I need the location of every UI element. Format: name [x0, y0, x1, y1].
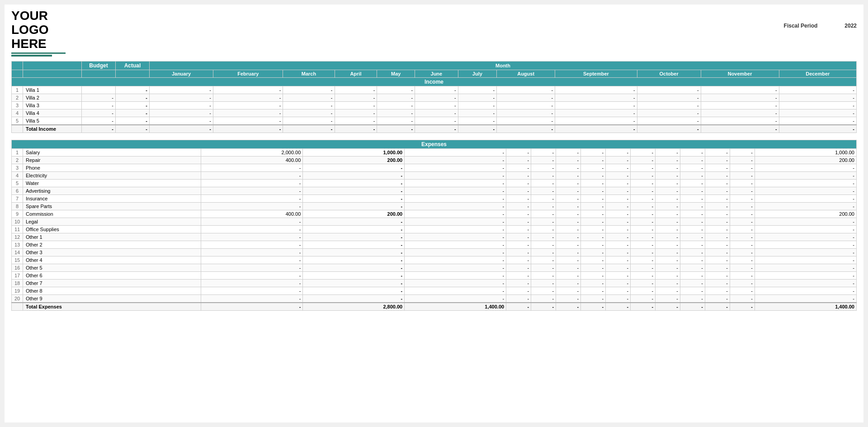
row-month-5: - [415, 117, 458, 125]
row-name: Other 8 [23, 287, 201, 295]
row-month-6: - [631, 233, 656, 241]
row-month-2: - [531, 149, 556, 157]
row-month-8: - [680, 195, 705, 203]
row-month-6: - [458, 94, 496, 102]
row-month-10: - [701, 94, 779, 102]
table-row: 4Electricity-------------- [12, 172, 857, 180]
header-month: Month [150, 62, 857, 70]
header-actual: Actual [116, 62, 150, 70]
logo-line1: YOUR [11, 9, 48, 23]
row-actual: - [303, 280, 405, 287]
row-month-6: - [631, 180, 656, 187]
row-month-10: - [730, 272, 755, 280]
row-name: Villa 5 [23, 117, 82, 125]
row-month-3: - [556, 172, 581, 180]
row-name: Other 2 [23, 241, 201, 249]
row-name: Villa 3 [23, 102, 82, 109]
row-num: 15 [12, 256, 23, 264]
row-month-2: - [283, 86, 335, 94]
row-month-2: - [531, 172, 556, 180]
row-actual: - [303, 295, 405, 303]
row-budget: - [82, 102, 116, 109]
row-month-0: - [405, 187, 506, 195]
row-num: 4 [12, 172, 23, 180]
row-actual: - [116, 109, 150, 117]
row-month-4: - [581, 218, 606, 226]
row-month-4: - [581, 233, 606, 241]
row-month-5: - [606, 241, 631, 249]
row-month-0: - [405, 180, 506, 187]
row-budget: - [201, 187, 303, 195]
row-month-0: - [405, 226, 506, 233]
row-month-9: - [705, 249, 730, 256]
row-month-1: - [506, 226, 531, 233]
table-row: 5Water-------------- [12, 180, 857, 187]
row-month-0: - [150, 109, 213, 117]
row-month-8: - [680, 226, 705, 233]
row-budget: - [201, 249, 303, 256]
row-actual: - [116, 86, 150, 94]
row-month-10: - [730, 218, 755, 226]
row-month-10: - [730, 264, 755, 272]
row-month-11: - [755, 233, 856, 241]
row-month-6: - [631, 287, 656, 295]
row-month-0: - [405, 164, 506, 172]
row-month-9: - [705, 180, 730, 187]
row-month-9: - [705, 241, 730, 249]
table-row: 1Salary2,000.001,000.00-----------1,000.… [12, 149, 857, 157]
income-table: Budget Actual Month January February Mar… [11, 61, 857, 133]
row-month-4: - [377, 86, 415, 94]
row-actual: 200.00 [303, 157, 405, 164]
expenses-table: Expenses 1Salary2,000.001,000.00--------… [11, 140, 857, 311]
row-name: Water [23, 180, 201, 187]
row-month-8: - [680, 256, 705, 264]
row-month-10: - [730, 203, 755, 210]
row-budget: - [201, 195, 303, 203]
row-month-2: - [531, 295, 556, 303]
row-month-11: - [755, 187, 856, 195]
row-month-4: - [581, 287, 606, 295]
row-month-3: - [556, 287, 581, 295]
row-month-3: - [556, 241, 581, 249]
row-month-2: - [283, 94, 335, 102]
row-month-2: - [531, 264, 556, 272]
row-month-9: - [705, 195, 730, 203]
row-month-1: - [506, 264, 531, 272]
fiscal-info: Fiscal Period 2022 [784, 23, 857, 29]
row-month-3: - [556, 157, 581, 164]
row-budget: 400.00 [201, 157, 303, 164]
row-month-0: - [405, 172, 506, 180]
row-month-7: - [656, 241, 680, 249]
row-month-3: - [556, 195, 581, 203]
row-month-8: - [680, 164, 705, 172]
row-month-11: - [755, 172, 856, 180]
row-month-8: - [680, 180, 705, 187]
row-month-9: - [705, 295, 730, 303]
row-month-4: - [581, 280, 606, 287]
row-month-1: - [213, 117, 283, 125]
row-budget: - [201, 226, 303, 233]
row-num: 14 [12, 249, 23, 256]
row-month-0: - [405, 287, 506, 295]
row-month-11: 1,000.00 [755, 149, 856, 157]
row-month-4: - [581, 195, 606, 203]
row-month-2: - [531, 226, 556, 233]
row-budget: - [201, 272, 303, 280]
row-month-8: - [680, 272, 705, 280]
row-month-9: - [705, 256, 730, 264]
row-month-4: - [581, 272, 606, 280]
row-month-8: - [555, 94, 637, 102]
row-month-1: - [506, 195, 531, 203]
row-month-8: - [680, 187, 705, 195]
row-month-2: - [283, 102, 335, 109]
row-month-7: - [497, 86, 555, 94]
row-month-0: - [150, 86, 213, 94]
row-actual: - [303, 287, 405, 295]
row-month-0: - [405, 241, 506, 249]
table-row: 9Commission400.00200.00-----------200.00 [12, 210, 857, 218]
row-actual: - [303, 226, 405, 233]
row-month-8: - [680, 241, 705, 249]
fiscal-year: 2022 [844, 23, 857, 29]
row-month-0: - [405, 210, 506, 218]
row-month-11: - [755, 195, 856, 203]
